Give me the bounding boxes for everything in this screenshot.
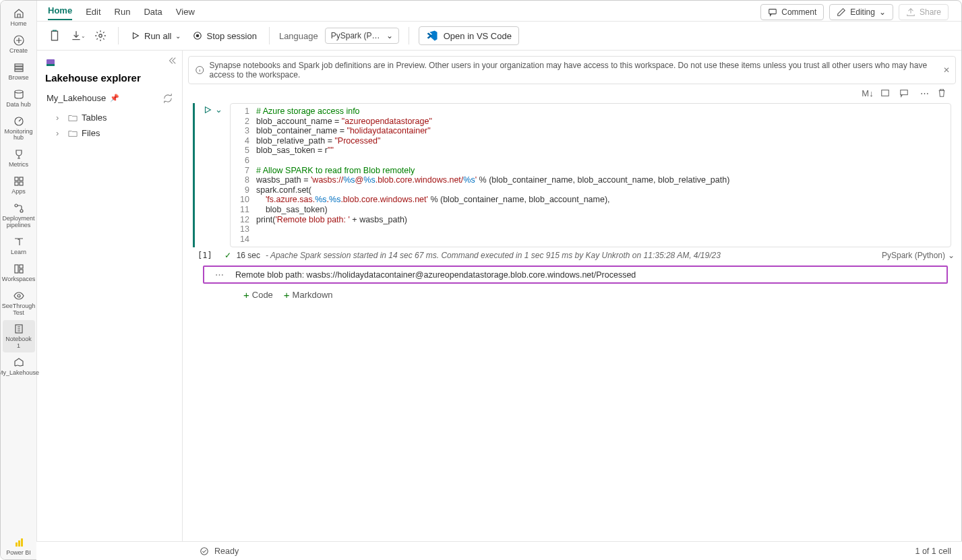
home-icon [13,7,25,20]
lakehouse-icon [13,356,25,369]
lakehouse-root[interactable]: My_Lakehouse📌 [45,90,174,106]
code-cell[interactable]: ⌄ 1234567891011121314 # Azure storage ac… [192,102,952,248]
tab-edit[interactable]: Edit [86,3,100,20]
notebook-icon [13,323,25,335]
plus-circle-icon [13,34,25,46]
nav-home[interactable]: Home [3,5,35,30]
plus-icon: + [284,289,290,301]
open-vscode-button[interactable]: Open in VS Code [419,26,519,45]
svg-rect-21 [52,31,58,40]
add-markdown-button[interactable]: +Markdown [284,289,333,301]
tree-files[interactable]: ›Files [45,125,174,141]
toggle-icon[interactable] [880,88,893,98]
status-ready: Ready [214,547,239,556]
svg-rect-26 [47,64,55,66]
svg-rect-19 [21,538,23,547]
chevron-down-icon: ⌄ [879,7,886,17]
main-area: Comment Editing⌄ Share Home Edit Run Dat… [37,1,961,559]
tab-home[interactable]: Home [48,2,72,20]
trophy-icon [13,148,25,160]
nav-notebook[interactable]: Notebook 1 [3,320,35,352]
info-icon [196,65,204,75]
code-content[interactable]: # Azure storage access infoblob_account_… [256,106,729,244]
svg-rect-9 [20,182,23,185]
run-cell-button[interactable] [203,105,212,115]
delete-icon[interactable] [937,88,949,98]
close-info-button[interactable]: ✕ [943,65,950,75]
svg-point-30 [201,547,208,555]
code-editor[interactable]: 1234567891011121314 # Azure storage acce… [231,104,951,247]
collapse-sidebar-button[interactable] [167,56,177,65]
markdown-toggle-icon[interactable]: M↓ [862,88,874,98]
run-dropdown-button[interactable]: ⌄ [215,104,222,115]
download-icon[interactable]: ⌄ [69,28,86,44]
language-label: Language [279,31,318,41]
clipboard-icon[interactable] [47,28,63,44]
svg-rect-18 [18,540,20,547]
nav-create[interactable]: Create [3,32,35,57]
gauge-icon [13,115,25,127]
nav-metrics[interactable]: Metrics [3,146,35,171]
run-all-button[interactable]: Run all⌄ [128,31,183,41]
svg-rect-7 [20,177,23,181]
add-cell-buttons: +Code +Markdown [183,284,961,301]
nav-seethrough[interactable]: SeeThrough Test [3,287,35,319]
svg-rect-14 [20,270,23,273]
comments-icon[interactable] [899,88,911,98]
exec-index: [1] [198,251,212,260]
folder-icon [68,129,78,137]
nav-pipelines[interactable]: Deployment pipelines [3,199,35,232]
svg-rect-8 [15,182,18,185]
svg-point-4 [15,90,23,93]
more-icon[interactable]: ⋯ [918,88,930,98]
nav-monitoring[interactable]: Monitoring hub [3,113,35,145]
output-more-button[interactable]: ⋯ [215,270,224,280]
tab-run[interactable]: Run [115,3,131,20]
editing-button[interactable]: Editing⌄ [829,4,893,20]
exec-message: - Apache Spark session started in 14 sec… [266,251,721,260]
svg-rect-3 [15,69,23,71]
tree-tables[interactable]: ›Tables [45,110,174,125]
tab-view[interactable]: View [176,3,195,20]
svg-rect-29 [901,90,908,95]
plus-icon: + [243,289,249,301]
pin-icon[interactable]: 📌 [110,94,119,102]
svg-rect-20 [769,9,777,14]
grid-icon [13,175,25,187]
comment-button[interactable]: Comment [760,4,824,20]
nav-lakehouse[interactable]: My_Lakehouse [3,354,35,379]
nav-apps[interactable]: Apps [3,173,35,198]
chevron-down-icon: ⌄ [175,32,181,40]
status-bar: Ready 1 of 1 cell [36,541,962,560]
language-select[interactable]: PySpark (Pytho...⌄ [325,28,399,44]
add-code-button[interactable]: +Code [243,289,273,301]
folder-icon [68,114,78,122]
nav-powerbi[interactable]: Power BI [3,534,35,559]
refresh-icon[interactable] [163,94,173,103]
svg-point-24 [197,34,200,37]
nav-datahub[interactable]: Data hub [3,86,35,111]
svg-rect-12 [15,265,18,273]
sidebar-title: Lakehouse explorer [45,72,174,84]
cell-language-select[interactable]: PySpark (Python)⌄ [882,251,955,260]
svg-rect-2 [15,67,23,69]
nav-learn[interactable]: Learn [3,233,35,259]
content-row: Lakehouse explorer My_Lakehouse📌 ›Tables… [37,51,961,559]
chevron-right-icon: › [56,128,64,138]
stop-session-button[interactable]: Stop session [190,31,259,41]
ready-icon [200,547,209,556]
toolbar: ⌄ Run all⌄ Stop session Language PySpark… [37,21,961,51]
exec-duration: 16 sec [237,251,260,260]
gear-icon[interactable] [92,28,109,44]
lakehouse-sidebar: Lakehouse explorer My_Lakehouse📌 ›Tables… [37,51,183,559]
pipeline-icon [13,202,25,214]
workspaces-icon [13,263,25,275]
nav-workspaces[interactable]: Workspaces [3,260,35,286]
svg-rect-17 [16,542,18,547]
lakehouse-small-icon [45,57,56,68]
nav-browse[interactable]: Browse [3,59,35,84]
svg-point-11 [20,210,23,212]
share-button: Share [899,4,949,20]
database-icon [13,88,25,100]
tab-data[interactable]: Data [144,3,162,20]
